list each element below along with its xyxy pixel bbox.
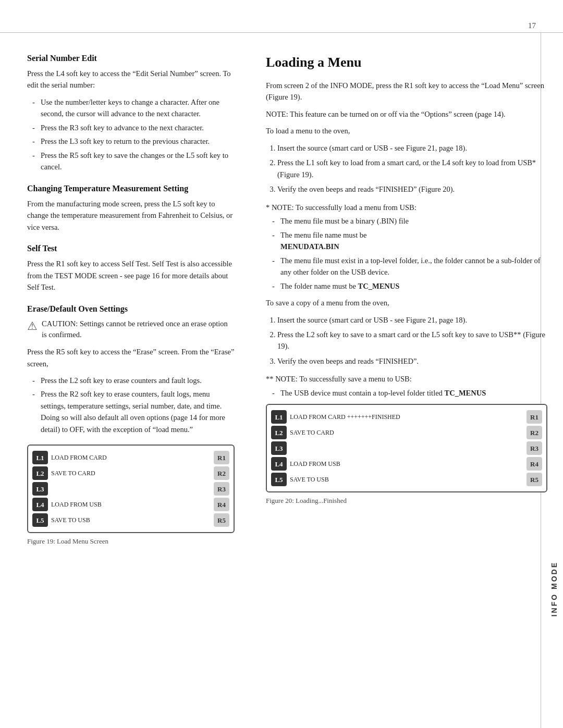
- tc-menus-save-text: TC_MENUS: [444, 389, 486, 397]
- key-R4: R4: [527, 457, 542, 471]
- self-test-body: Press the R1 soft key to access Self Tes…: [27, 258, 235, 293]
- changing-temp-title: Changing Temperature Measurement Setting: [27, 182, 235, 195]
- figure20-screen: L1 LOAD FROM CARD +++++++FINISHED R1 L2 …: [266, 404, 547, 492]
- section-serial-number-edit: Serial Number Edit Press the L4 soft key…: [27, 52, 235, 173]
- key-L5: L5: [271, 473, 287, 486]
- usb-save-note: ** NOTE: To successfully save a menu to …: [266, 373, 547, 399]
- key-L1: L1: [32, 451, 48, 464]
- note-list-item-text: The menu file name must be: [280, 231, 367, 239]
- erase-default-title: Erase/Default Oven Settings: [27, 303, 235, 315]
- section-changing-temp: Changing Temperature Measurement Setting…: [27, 182, 235, 233]
- key-R3: R3: [214, 482, 229, 496]
- key-L5: L5: [32, 513, 48, 527]
- note-list-item: The menu file name must be MENUDATA.BIN: [272, 229, 547, 253]
- key-L2-label: SAVE TO CARD: [51, 468, 211, 478]
- screen-row: L4 LOAD FROM USB R4: [271, 457, 542, 471]
- erase-default-list: Press the L2 soft key to erase counters …: [32, 375, 235, 435]
- key-R4: R4: [214, 498, 229, 511]
- save-intro: To save a copy of a menu from the oven,: [266, 297, 547, 309]
- key-L4-label: LOAD FROM USB: [51, 500, 211, 509]
- self-test-title: Self Test: [27, 242, 235, 255]
- page-number: 17: [528, 20, 536, 32]
- screen-row: L2 SAVE TO CARD R2: [271, 426, 542, 439]
- caution-box: ⚠ CAUTION: Settings cannot be retrieved …: [27, 318, 235, 341]
- key-R1: R1: [214, 451, 229, 464]
- note-list-item: The folder name must be TC_MENUS: [272, 280, 547, 292]
- usb-save-note-list: The USB device must contain a top-level …: [272, 387, 547, 399]
- screen-row: L1 LOAD FROM CARD +++++++FINISHED R1: [271, 410, 542, 424]
- list-item: Use the number/letter keys to change a c…: [32, 96, 235, 120]
- key-L5-label: SAVE TO USB: [51, 515, 211, 525]
- usb-note-title: * NOTE: To successfully load a menu from…: [266, 202, 547, 213]
- section-self-test: Self Test Press the R1 soft key to acces…: [27, 242, 235, 293]
- key-L1-label: LOAD FROM CARD: [51, 453, 211, 462]
- load-intro: To load a menu to the oven,: [266, 125, 547, 137]
- content-area: Serial Number Edit Press the L4 soft key…: [0, 42, 563, 728]
- screen-row: L3 R3: [32, 482, 229, 496]
- figure20-label: Figure 20: Loading...Finished: [266, 496, 547, 506]
- left-column: Serial Number Edit Press the L4 soft key…: [0, 42, 250, 728]
- key-R3: R3: [527, 441, 542, 455]
- usb-note-list: The menu file must be a binary (.BIN) fi…: [272, 215, 547, 292]
- key-L4-label: LOAD FROM USB: [290, 459, 523, 468]
- screen-row: L4 LOAD FROM USB R4: [32, 498, 229, 511]
- load-steps-list: Insert the source (smart card or USB - s…: [277, 142, 547, 195]
- loading-menu-intro: From screen 2 of the INFO MODE, press th…: [266, 80, 547, 103]
- key-L1: L1: [271, 410, 287, 424]
- key-R2: R2: [527, 426, 542, 439]
- loading-menu-note1: NOTE: This feature can be turned on or o…: [266, 108, 547, 120]
- screen-row: L5 SAVE TO USB R5: [32, 513, 229, 527]
- list-item: Press the R2 soft key to erase counters,…: [32, 388, 235, 435]
- figure20-wrap: L1 LOAD FROM CARD +++++++FINISHED R1 L2 …: [266, 404, 547, 506]
- list-item: Press the R5 soft key to save the change…: [32, 150, 235, 173]
- serial-number-edit-list: Use the number/letter keys to change a c…: [32, 96, 235, 173]
- key-R5: R5: [527, 473, 542, 486]
- erase-default-body: Press the R5 soft key to access the “Era…: [27, 346, 235, 369]
- key-L4: L4: [32, 498, 48, 511]
- right-column: Loading a Menu From screen 2 of the INFO…: [250, 42, 563, 728]
- note-list-item: The USB device must contain a top-level …: [272, 387, 547, 399]
- key-L3: L3: [271, 441, 287, 455]
- list-item: Press the R3 soft key to advance to the …: [32, 122, 235, 133]
- figure19-screen: L1 LOAD FROM CARD R1 L2 SAVE TO CARD R2 …: [27, 445, 235, 533]
- screen-row: L3 R3: [271, 441, 542, 455]
- save-step: Press the L2 soft key to save to a smart…: [277, 329, 547, 352]
- loading-menu-title: Loading a Menu: [266, 52, 547, 72]
- usb-load-note: * NOTE: To successfully load a menu from…: [266, 202, 547, 292]
- menudata-bin: MENUDATA.BIN: [280, 242, 339, 251]
- key-L3: L3: [32, 482, 48, 496]
- screen-row: L1 LOAD FROM CARD R1: [32, 451, 229, 464]
- key-R2: R2: [214, 466, 229, 480]
- note-list-item: The menu file must be a binary (.BIN) fi…: [272, 215, 547, 227]
- save-step: Verify the oven beeps and reads “FINISHE…: [277, 355, 547, 367]
- save-steps-list: Insert the source (smart card or USB - s…: [277, 314, 547, 367]
- usb-save-note-title: ** NOTE: To successfully save a menu to …: [266, 373, 547, 385]
- key-L2: L2: [32, 466, 48, 480]
- serial-number-edit-body: Press the L4 soft key to access the “Edi…: [27, 68, 235, 91]
- key-L1-label: LOAD FROM CARD +++++++FINISHED: [290, 412, 523, 422]
- key-L4: L4: [271, 457, 287, 471]
- load-step: Press the L1 soft key to load from a sma…: [277, 157, 547, 180]
- section-erase-default: Erase/Default Oven Settings ⚠ CAUTION: S…: [27, 303, 235, 436]
- load-step: Verify the oven beeps and reads “FINISHE…: [277, 183, 547, 195]
- screen-row: L2 SAVE TO CARD R2: [32, 466, 229, 480]
- tc-menus-text: TC_MENUS: [358, 282, 400, 290]
- key-L5-label: SAVE TO USB: [290, 475, 523, 484]
- list-item: Press the L3 soft key to return to the p…: [32, 135, 235, 147]
- key-L2-label: SAVE TO CARD: [290, 428, 523, 437]
- serial-number-edit-title: Serial Number Edit: [27, 52, 235, 65]
- load-step: Insert the source (smart card or USB - s…: [277, 142, 547, 154]
- key-L2: L2: [271, 426, 287, 439]
- screen-row: L5 SAVE TO USB R5: [271, 473, 542, 486]
- caution-icon: ⚠: [27, 317, 38, 335]
- key-R5: R5: [214, 513, 229, 527]
- list-item: Press the L2 soft key to erase counters …: [32, 375, 235, 386]
- caution-text: CAUTION: Settings cannot be retrieved on…: [42, 318, 235, 341]
- changing-temp-body: From the manufacturing mode screen, pres…: [27, 198, 235, 233]
- save-step: Insert the source (smart card or USB - s…: [277, 314, 547, 326]
- top-rule: [0, 32, 563, 33]
- figure19-label: Figure 19: Load Menu Screen: [27, 536, 235, 547]
- key-R1: R1: [527, 410, 542, 424]
- note-list-item: The menu file must exist in a top-level …: [272, 255, 547, 278]
- figure19-wrap: L1 LOAD FROM CARD R1 L2 SAVE TO CARD R2 …: [27, 445, 235, 547]
